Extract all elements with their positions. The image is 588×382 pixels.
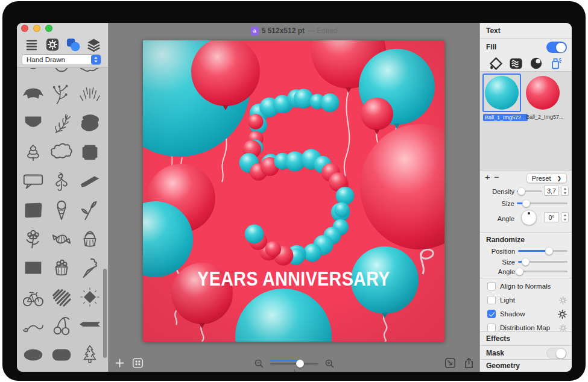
- shape-cloud-outline[interactable]: [47, 139, 75, 168]
- shape-cloud-small[interactable]: [75, 68, 104, 81]
- shape-rounded-blob[interactable]: [47, 342, 75, 371]
- randomize-angle-slider[interactable]: [518, 267, 567, 275]
- shadow-gear-icon[interactable]: [558, 310, 567, 319]
- zoom-out-button[interactable]: [253, 357, 265, 370]
- toolbar-shapes-button[interactable]: [66, 39, 80, 53]
- toolbar-menu-button[interactable]: [24, 39, 39, 53]
- slider-thumb[interactable]: [517, 187, 525, 195]
- zoom-in-button[interactable]: [323, 357, 336, 370]
- shape-laurel-branch[interactable]: [47, 110, 75, 139]
- light-gear-icon[interactable]: [559, 296, 567, 304]
- shape-cherries[interactable]: [47, 313, 75, 342]
- effects-section-header[interactable]: Effects: [480, 334, 572, 343]
- geometry-section-header[interactable]: Geometry: [480, 362, 572, 370]
- fill-label: Fill: [480, 43, 496, 51]
- shape-scribble-blob[interactable]: [75, 110, 104, 139]
- shape-plaque[interactable]: [75, 139, 104, 168]
- shape-leaf-branch[interactable]: [75, 197, 104, 226]
- shape-soft-serve[interactable]: [75, 255, 104, 284]
- share-button[interactable]: [463, 357, 475, 369]
- slider-thumb[interactable]: [522, 199, 530, 207]
- align-to-normals-label: Align to Normals: [500, 283, 551, 290]
- shape-bicycle[interactable]: [19, 284, 47, 313]
- size-slider[interactable]: [517, 199, 567, 207]
- angle-stepper[interactable]: [561, 212, 569, 222]
- artboards-button[interactable]: [131, 357, 144, 369]
- zoom-slider[interactable]: [270, 360, 318, 368]
- shape-pennant[interactable]: [19, 110, 47, 139]
- layers-icon: [87, 38, 101, 54]
- angle-value[interactable]: 0°: [544, 212, 559, 222]
- align-to-normals-checkbox[interactable]: [487, 282, 496, 290]
- light-checkbox[interactable]: [487, 296, 496, 304]
- swatch-ball-2[interactable]: [523, 74, 562, 112]
- chevron-right-icon: ❯: [557, 175, 561, 181]
- shape-cupcake[interactable]: [47, 255, 75, 284]
- share-icon: [463, 357, 475, 369]
- randomize-position-slider[interactable]: [518, 246, 567, 255]
- angle-row: Angle 0°: [480, 210, 572, 228]
- shadow-checkbox[interactable]: [487, 310, 496, 318]
- shape-candy[interactable]: [47, 226, 75, 255]
- shape-wave-ribbon[interactable]: [75, 371, 104, 372]
- shape-swirl-flourish[interactable]: [47, 168, 75, 197]
- shape-flower[interactable]: [19, 226, 47, 255]
- shape-speech-bubble[interactable]: [19, 168, 47, 197]
- shape-scribble-circle[interactable]: [47, 284, 75, 313]
- shape-cupcake-swirl[interactable]: [75, 226, 104, 255]
- close-button[interactable]: [21, 25, 28, 32]
- shape-ribbon-filled[interactable]: [75, 313, 104, 342]
- preset-button[interactable]: Preset ❯: [526, 173, 567, 183]
- density-value[interactable]: 3,7: [544, 186, 559, 196]
- mask-toggle[interactable]: [546, 348, 567, 359]
- density-slider[interactable]: [517, 187, 542, 195]
- add-swatch-button[interactable]: +: [485, 173, 490, 181]
- shape-filled-rect[interactable]: [19, 255, 47, 284]
- swatch-ball-2-label: Ball_2_Img57...: [526, 114, 564, 120]
- shape-pocket[interactable]: [47, 371, 75, 372]
- slider-thumb[interactable]: [545, 247, 553, 255]
- sidebar-scrollbar[interactable]: [103, 269, 107, 358]
- randomize-size-slider[interactable]: [518, 257, 567, 266]
- shape-bowl-wave[interactable]: [47, 68, 75, 81]
- fill-mode-gradient-sphere-button[interactable]: [528, 56, 544, 72]
- shape-sunburst[interactable]: [75, 81, 104, 110]
- shape-diamond-ornament[interactable]: [75, 284, 104, 313]
- shape-floral-branch[interactable]: [47, 81, 75, 110]
- oval-blob-icon: [22, 343, 45, 369]
- add-artboard-button[interactable]: [113, 357, 126, 369]
- shape-oval-blob[interactable]: [19, 342, 47, 371]
- density-stepper[interactable]: [561, 186, 569, 196]
- flower-icon: [22, 228, 45, 253]
- angle-dial[interactable]: [521, 210, 537, 225]
- toolbar-layers-button[interactable]: [87, 39, 101, 53]
- remove-swatch-button[interactable]: −: [494, 173, 499, 181]
- fill-toggle[interactable]: [546, 42, 567, 53]
- toolbar-settings-button[interactable]: [45, 39, 60, 53]
- zoom-slider-thumb[interactable]: [296, 360, 304, 368]
- shape-category-dropdown[interactable]: Hand Drawn: [22, 54, 101, 65]
- distribution-map-gear-icon[interactable]: [559, 324, 567, 332]
- shape-stocking[interactable]: [19, 371, 47, 372]
- shape-swirl-tree[interactable]: [19, 139, 47, 168]
- minimize-button[interactable]: [33, 25, 40, 32]
- shape-ribbon-diagonal[interactable]: [75, 168, 104, 197]
- slider-thumb[interactable]: [516, 268, 523, 275]
- fill-row: Fill: [480, 42, 572, 54]
- fill-mode-spray-can-button[interactable]: [548, 56, 564, 72]
- swatch-ball-1[interactable]: [482, 74, 521, 112]
- shape-banner-tip[interactable]: [19, 68, 47, 81]
- shape-curl-flourish[interactable]: [19, 313, 47, 342]
- shape-ice-cream-cone[interactable]: [47, 197, 75, 226]
- fit-to-screen-button[interactable]: [444, 357, 457, 369]
- shape-ribbon-banner[interactable]: [19, 81, 47, 110]
- fill-mode-texture-waves-button[interactable]: [508, 56, 523, 72]
- fullscreen-button[interactable]: [45, 25, 52, 32]
- canvas-artboard[interactable]: YEARS ANNIVERSARY: [143, 40, 444, 342]
- shape-rough-blob[interactable]: [19, 197, 47, 226]
- slider-thumb[interactable]: [522, 258, 530, 266]
- shape-xmas-tree[interactable]: [75, 342, 104, 371]
- fill-mode-row: [480, 55, 572, 72]
- fill-mode-fill-bucket-button[interactable]: [488, 56, 504, 72]
- distribution-map-checkbox[interactable]: [487, 324, 496, 332]
